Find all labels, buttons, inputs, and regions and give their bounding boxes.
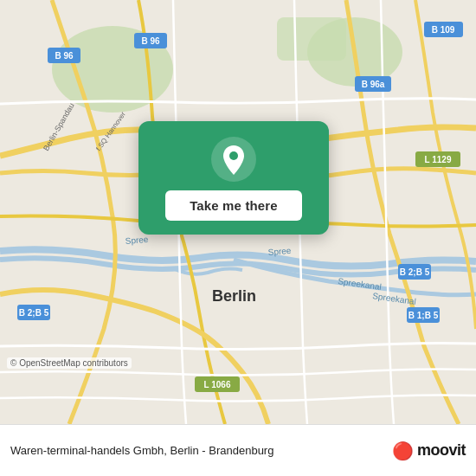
svg-text:Berlin: Berlin <box>212 287 256 305</box>
svg-point-30 <box>229 151 238 160</box>
location-pin-icon <box>211 137 256 182</box>
svg-text:Spree: Spree <box>125 235 149 246</box>
svg-text:L 1129: L 1129 <box>425 155 452 164</box>
copyright-text: © OpenStreetMap contributors <box>7 357 132 369</box>
svg-text:Spree: Spree <box>267 246 292 257</box>
svg-text:B 96a: B 96a <box>362 80 385 89</box>
svg-text:B 109: B 109 <box>432 25 455 35</box>
moovit-logo: 🔴 moovit <box>392 441 466 461</box>
svg-text:B 1;B 5: B 1;B 5 <box>408 311 439 320</box>
location-label: Waren-terminal-handels Gmbh, Berlin - Br… <box>10 444 385 457</box>
svg-rect-3 <box>277 17 346 61</box>
moovit-wordmark: moovit <box>417 441 466 460</box>
take-me-there-button[interactable]: Take me there <box>165 190 302 221</box>
bottom-bar: Waren-terminal-handels Gmbh, Berlin - Br… <box>0 424 476 476</box>
svg-text:L 1066: L 1066 <box>204 380 231 389</box>
moovit-pin-icon: 🔴 <box>392 441 414 461</box>
popup-card: Take me there <box>138 121 329 235</box>
svg-text:B 96: B 96 <box>55 51 74 61</box>
svg-text:B 2;B 5: B 2;B 5 <box>19 308 49 318</box>
svg-text:B 96: B 96 <box>141 36 160 46</box>
map-container: Berlin Spree Spree Spreekanal Spreekanal… <box>0 0 476 424</box>
svg-text:B 2;B 5: B 2;B 5 <box>400 267 430 277</box>
